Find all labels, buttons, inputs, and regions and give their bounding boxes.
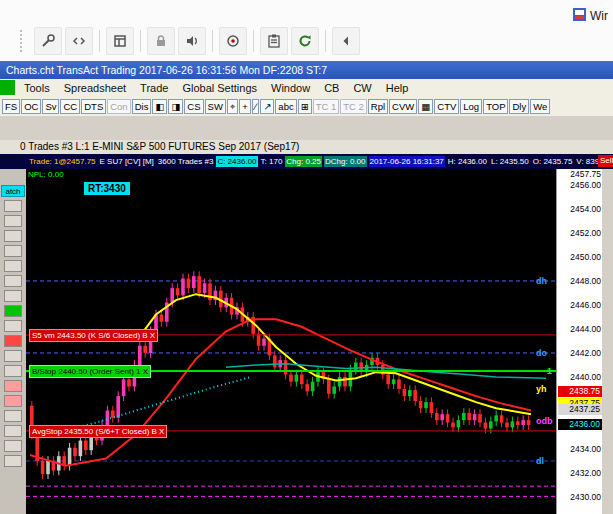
left-sidebar: atch xyxy=(0,169,26,514)
toolbar-button-we[interactable]: We xyxy=(530,99,550,114)
sidebar-match-button[interactable]: atch xyxy=(1,185,25,197)
sidebar-button-5[interactable] xyxy=(4,275,22,287)
code-icon[interactable] xyxy=(65,27,93,55)
info-segment: 3600 Trades #3 xyxy=(157,156,215,167)
sidebar-button-17[interactable] xyxy=(4,455,22,467)
wrench-icon[interactable] xyxy=(34,27,62,55)
panel-icon[interactable] xyxy=(106,27,134,55)
draw-tool-icon-button[interactable]: ⊞ xyxy=(298,99,312,114)
toolbar-button-log[interactable]: Log xyxy=(460,99,482,114)
order-label-b-stop[interactable]: B/Stop 2440.50 (Order Sent) 1 X xyxy=(29,365,151,378)
toolbar-button-con[interactable]: Con xyxy=(107,99,130,114)
info-segment: E SU7 [CV] [M] xyxy=(99,156,155,167)
toolbar-button-dis[interactable]: Dis xyxy=(132,99,152,114)
collapse-left-icon[interactable] xyxy=(332,27,360,55)
sidebar-button-15[interactable] xyxy=(4,425,22,437)
price-tick: 2442.00 xyxy=(570,348,601,358)
sidebar-button-11[interactable] xyxy=(4,365,22,377)
toolbar-drag-handle[interactable] xyxy=(20,30,27,52)
title-bar-text: Charts.cht TransAct Trading 2017-06-26 1… xyxy=(6,64,327,76)
menu-window[interactable]: Window xyxy=(264,82,317,94)
draw-tool-icon-button[interactable]: ↗ xyxy=(260,99,274,114)
clipboard-icon[interactable] xyxy=(260,27,288,55)
sidebar-button-13[interactable] xyxy=(4,395,22,407)
sidebar-button-16[interactable] xyxy=(4,440,22,452)
sidebar-button-3[interactable] xyxy=(4,245,22,257)
draw-tool-icon-button[interactable]: ◨ xyxy=(168,99,183,114)
speaker-icon[interactable] xyxy=(178,27,206,55)
draw-tool-icon-button[interactable]: + xyxy=(239,99,251,114)
draw-tool-icon-button[interactable]: ⌖ xyxy=(227,99,238,114)
toolbar-button-tc-2[interactable]: TC 2 xyxy=(340,99,367,114)
price-tick: 2432.00 xyxy=(570,468,601,478)
info-segment: L: 2435.50 xyxy=(490,156,530,167)
refresh-icon[interactable] xyxy=(291,27,319,55)
sidebar-button-1[interactable] xyxy=(4,215,22,227)
scale-letter-yh: yh xyxy=(536,384,547,394)
price-tag: 2436.00 xyxy=(558,419,602,430)
menu-cb[interactable]: CB xyxy=(317,82,346,94)
toolbar-button-fs[interactable]: FS xyxy=(2,99,20,114)
toolbar-button-dts[interactable]: DTS xyxy=(81,99,106,114)
price-tick: 2454.00 xyxy=(570,204,601,214)
menu-tools[interactable]: Tools xyxy=(17,82,57,94)
toolbar-button-sw[interactable]: SW xyxy=(205,99,226,114)
price-tick: 2450.00 xyxy=(570,252,601,262)
price-tick: 2452.00 xyxy=(570,228,601,238)
sidebar-button-6[interactable] xyxy=(4,290,22,302)
sidebar-button-9[interactable] xyxy=(4,335,22,347)
menu-global-settings[interactable]: Global Settings xyxy=(175,82,264,94)
sidebar-button-14[interactable] xyxy=(4,410,22,422)
toolbar-button-cvw[interactable]: CVW xyxy=(389,99,417,114)
sidebar-button-12[interactable] xyxy=(4,380,22,392)
toolbar-button-cc[interactable]: CC xyxy=(60,99,80,114)
price-scale[interactable]: 2457.752456.002454.002452.002450.002448.… xyxy=(556,169,603,514)
toolbar-button-rpl[interactable]: Rpl xyxy=(368,99,388,114)
menu-spreadsheet[interactable]: Spreadsheet xyxy=(57,82,133,94)
record-target-icon[interactable] xyxy=(219,27,247,55)
title-bar: Charts.cht TransAct Trading 2017-06-26 1… xyxy=(0,61,613,79)
scale-letter-odb: odb xyxy=(536,416,553,426)
toolbar-separator xyxy=(212,30,213,52)
sidebar-button-0[interactable] xyxy=(4,200,22,212)
chart-info-strip: Trade: 1@2457.75E SU7 [CV] [M]3600 Trade… xyxy=(0,154,613,169)
window-menu-label[interactable]: Wir xyxy=(573,8,608,24)
sidebar-button-8[interactable] xyxy=(4,320,22,332)
toolbar-button-top[interactable]: TOP xyxy=(483,99,508,114)
price-tick: 2440.00 xyxy=(570,372,601,382)
sidebar-button-2[interactable] xyxy=(4,230,22,242)
info-segment: O: 2435.75 xyxy=(532,156,574,167)
toolbar-button-sv[interactable]: Sv xyxy=(42,99,59,114)
toolbar-button-tc-1[interactable]: TC 1 xyxy=(313,99,340,114)
price-tick: 2456.00 xyxy=(570,180,601,190)
rt-annotation: RT:3430 xyxy=(84,182,130,195)
toolbar-button-ctv[interactable]: CTV xyxy=(434,99,459,114)
sidebar-button-7[interactable] xyxy=(4,305,22,317)
menu-help[interactable]: Help xyxy=(379,82,416,94)
menu-fragment[interactable] xyxy=(0,80,15,95)
top-toolbar-area: Wir xyxy=(0,0,613,62)
sidebar-button-10[interactable] xyxy=(4,350,22,362)
sidebar-button-4[interactable] xyxy=(4,260,22,272)
price-tick: 2430.00 xyxy=(570,492,601,502)
toolbar-button-cs[interactable]: CS xyxy=(184,99,203,114)
window-icon xyxy=(573,8,586,24)
toolbar-button-dly[interactable]: Dly xyxy=(509,99,529,114)
order-label-avgstop[interactable]: AvgStop 2435.50 (S/6+T Closed) B X xyxy=(29,425,167,438)
menu-trade[interactable]: Trade xyxy=(133,82,175,94)
draw-tool-icon-button[interactable]: ∕ xyxy=(252,99,260,114)
lock-icon[interactable] xyxy=(147,27,175,55)
sell-button[interactable]: Sell xyxy=(598,155,613,167)
draw-tool-icon-button[interactable]: ▦ xyxy=(418,99,433,114)
scale-letter-dh: dh xyxy=(536,276,547,286)
scale-letter-dl: dl xyxy=(536,456,544,466)
draw-tool-icon-button[interactable]: abc xyxy=(275,99,296,114)
draw-tool-icon-button[interactable]: ◧ xyxy=(152,99,167,114)
price-tick: 2448.00 xyxy=(570,276,601,286)
chart-window-title: 0 Trades #3 L:1 E-MINI S&P 500 FUTURES S… xyxy=(0,140,613,154)
menu-cw[interactable]: CW xyxy=(346,82,378,94)
chart-panel[interactable]: NPL: 0.00 RT:3430 dhdoyhodbdl1S5 vm 2443… xyxy=(26,169,556,514)
toolbar-button-oc[interactable]: OC xyxy=(21,99,41,114)
toolbar-separator xyxy=(325,30,326,52)
order-label-s5[interactable]: S5 vm 2443.50 (K S/6 Closed) B X xyxy=(29,329,158,342)
